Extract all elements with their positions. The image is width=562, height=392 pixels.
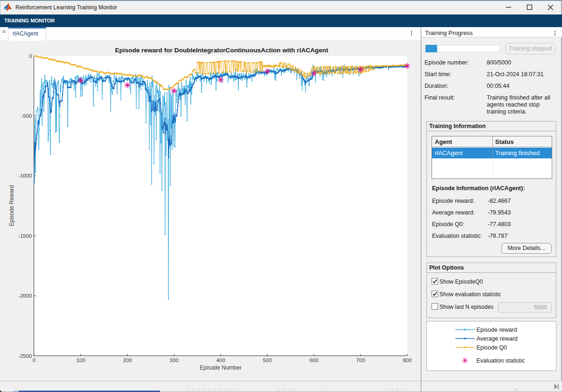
svg-text:200: 200 bbox=[123, 357, 132, 363]
svg-text:-1000: -1000 bbox=[18, 173, 32, 178]
svg-text:300: 300 bbox=[170, 357, 179, 363]
svg-text:700: 700 bbox=[356, 357, 365, 363]
svg-text:0: 0 bbox=[33, 357, 36, 363]
svg-text:800: 800 bbox=[403, 357, 411, 363]
svg-text:100: 100 bbox=[76, 357, 85, 363]
svg-text:400: 400 bbox=[216, 357, 225, 363]
svg-text:Episode Number: Episode Number bbox=[200, 364, 241, 371]
svg-text:-2000: -2000 bbox=[18, 293, 32, 299]
svg-text:Episode reward for DoubleInteg: Episode reward for DoubleIntegratorConti… bbox=[115, 47, 329, 54]
svg-text:600: 600 bbox=[310, 357, 318, 363]
svg-text:Episode Reward: Episode Reward bbox=[8, 185, 15, 226]
svg-text:0: 0 bbox=[29, 53, 32, 59]
svg-text:-1500: -1500 bbox=[18, 233, 32, 239]
svg-text:-500: -500 bbox=[21, 113, 32, 119]
svg-text:500: 500 bbox=[263, 357, 272, 363]
svg-text:-2500: -2500 bbox=[18, 353, 32, 359]
